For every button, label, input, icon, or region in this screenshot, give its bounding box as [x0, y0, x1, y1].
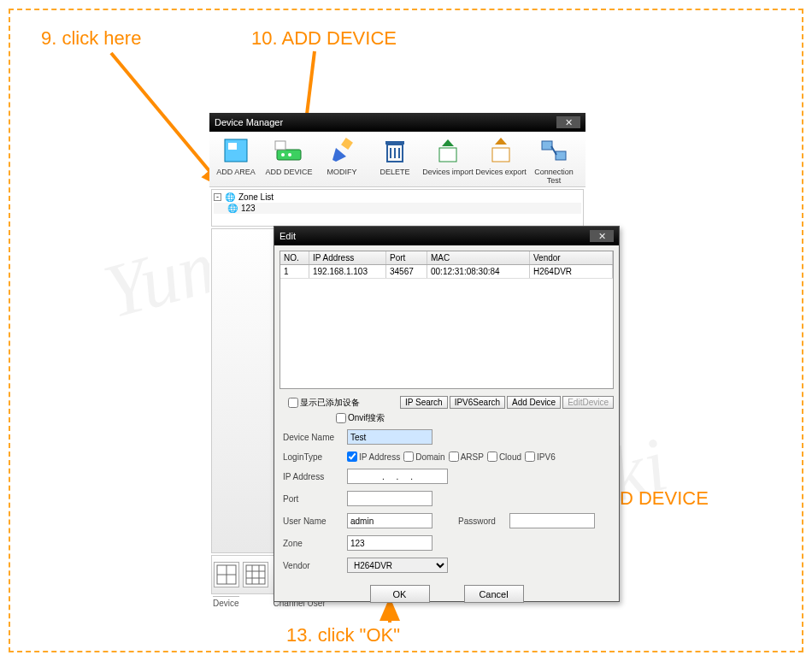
label-zone: Zone	[283, 539, 347, 548]
tool-conn-test[interactable]: Connection Test	[527, 133, 580, 186]
show-added-checkbox[interactable]: 显示已添加设备	[288, 397, 360, 409]
svg-marker-11	[332, 148, 346, 162]
label-username: User Name	[283, 516, 347, 526]
close-icon[interactable]: ✕	[556, 116, 580, 128]
table-header: NO. IP Address Port MAC Vendor	[280, 251, 613, 265]
tree-child[interactable]: 🌐 123	[214, 203, 581, 214]
row-username: User Name Password	[274, 510, 619, 532]
onvif-row: Onvif搜索	[274, 410, 619, 426]
svg-marker-19	[442, 139, 454, 146]
port-input[interactable]	[347, 491, 432, 506]
login-domain-checkbox[interactable]: Domain	[403, 451, 444, 462]
tool-modify[interactable]: MODIFY	[315, 133, 368, 186]
export-icon	[474, 133, 527, 168]
annot-step13: 13. click "OK"	[286, 624, 400, 646]
cancel-button[interactable]: Cancel	[464, 585, 524, 603]
zone-tree: - 🌐 Zone List 🌐 123	[211, 189, 584, 227]
dialog-titlebar: Edit ✕	[274, 227, 619, 245]
svg-rect-12	[341, 138, 353, 150]
bottom-device-label: Device	[213, 596, 239, 608]
svg-line-0	[111, 53, 222, 186]
svg-rect-5	[225, 139, 247, 162]
delete-icon	[368, 133, 421, 168]
svg-rect-23	[556, 151, 566, 160]
dialog-close-icon[interactable]: ✕	[590, 230, 614, 242]
add-device-button[interactable]: Add Device	[507, 396, 561, 409]
search-options-row: 显示已添加设备 IP Search IPV6Search Add Device …	[274, 394, 619, 410]
edit-dialog: Edit ✕ NO. IP Address Port MAC Vendor 1 …	[274, 226, 620, 602]
login-ip-checkbox[interactable]: IP Address	[347, 451, 400, 462]
layout-grid1-button[interactable]	[214, 562, 239, 587]
window-title: Device Manager	[215, 117, 283, 127]
onvif-checkbox[interactable]: Onvif搜索	[336, 412, 385, 424]
annot-step10: 10. ADD DEVICE	[251, 27, 397, 50]
tool-add-area[interactable]: ADD AREA	[209, 133, 262, 186]
svg-rect-17	[385, 141, 404, 145]
folder-icon: 🌐	[225, 192, 235, 202]
svg-rect-18	[439, 148, 456, 162]
svg-rect-6	[228, 143, 237, 150]
svg-point-9	[288, 153, 291, 156]
row-zone: Zone	[274, 532, 619, 554]
toolbar: ADD AREA ADD DEVICE MODIFY DELETE Device…	[209, 132, 585, 187]
ipv6-search-button[interactable]: IPV6Search	[450, 396, 505, 409]
zone-icon: 🌐	[227, 204, 238, 213]
col-mac: MAC	[427, 251, 530, 264]
add-area-icon	[209, 133, 262, 168]
col-port: Port	[386, 251, 427, 264]
modify-icon	[315, 133, 368, 168]
svg-rect-28	[246, 565, 265, 584]
tool-import[interactable]: Devices import	[421, 133, 474, 186]
row-ip-address: IP Address	[274, 465, 619, 487]
svg-point-8	[281, 153, 285, 156]
edit-device-button: EditDevice	[562, 396, 614, 409]
annot-step9: 9. click here	[41, 27, 141, 50]
device-name-input[interactable]	[347, 429, 432, 445]
svg-line-24	[551, 146, 556, 155]
layout-grid2-button[interactable]	[243, 562, 268, 587]
dialog-buttons: OK Cancel	[274, 576, 619, 611]
login-cloud-checkbox[interactable]: Cloud	[487, 451, 521, 462]
row-vendor: Vendor H264DVR	[274, 554, 619, 576]
row-port: Port	[274, 487, 619, 510]
label-vendor: Vendor	[283, 561, 347, 570]
svg-marker-21	[495, 138, 507, 145]
device-table: NO. IP Address Port MAC Vendor 1 192.168…	[279, 251, 614, 389]
label-port: Port	[283, 494, 347, 504]
svg-rect-10	[275, 141, 285, 150]
svg-rect-22	[542, 141, 552, 150]
col-ip: IP Address	[309, 251, 386, 264]
password-input[interactable]	[509, 513, 595, 528]
row-login-type: LoginType IP Address Domain ARSP Cloud I…	[274, 448, 619, 465]
tool-add-device[interactable]: ADD DEVICE	[262, 133, 315, 186]
label-ip-address: IP Address	[283, 472, 347, 481]
zone-input[interactable]	[347, 535, 432, 551]
label-login-type: LoginType	[283, 452, 347, 462]
login-arsp-checkbox[interactable]: ARSP	[449, 451, 484, 462]
import-icon	[421, 133, 474, 168]
ok-button[interactable]: OK	[370, 585, 430, 603]
titlebar: Device Manager ✕	[209, 113, 585, 132]
tree-minus-icon: -	[214, 193, 221, 201]
tree-root[interactable]: - 🌐 Zone List	[214, 192, 581, 203]
username-input[interactable]	[347, 513, 432, 528]
svg-rect-20	[492, 148, 509, 162]
col-no: NO.	[280, 251, 309, 264]
table-row[interactable]: 1 192.168.1.103 34567 00:12:31:08:30:84 …	[280, 265, 613, 279]
dialog-title: Edit	[279, 231, 296, 241]
label-device-name: Device Name	[283, 433, 347, 442]
login-ipv6-checkbox[interactable]: IPV6	[525, 451, 556, 462]
ip-search-button[interactable]: IP Search	[400, 396, 448, 409]
label-password: Password	[458, 516, 509, 526]
connection-icon	[527, 133, 580, 168]
tool-delete[interactable]: DELETE	[368, 133, 421, 186]
col-vendor: Vendor	[530, 251, 613, 264]
tool-export[interactable]: Devices export	[474, 133, 527, 186]
add-device-icon	[262, 133, 315, 168]
ip-address-input[interactable]	[347, 469, 448, 484]
vendor-select[interactable]: H264DVR	[347, 558, 448, 573]
row-device-name: Device Name	[274, 426, 619, 448]
